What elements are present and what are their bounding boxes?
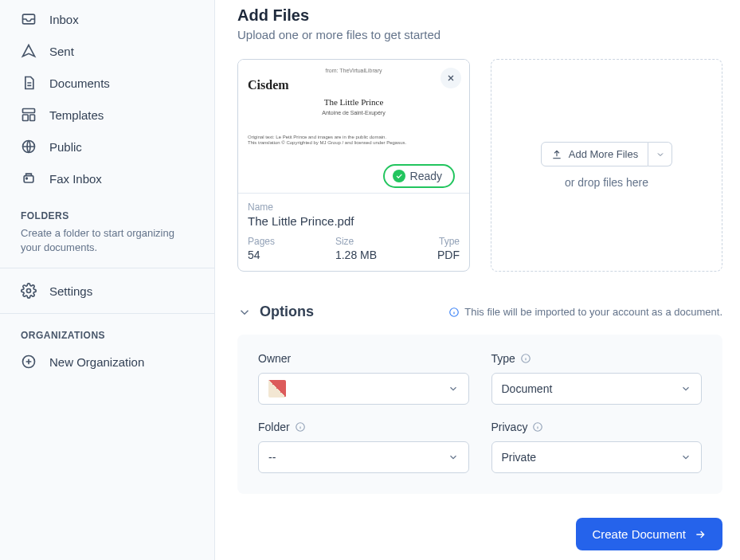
ready-badge: Ready <box>383 164 455 188</box>
folder-label: Folder <box>258 421 469 433</box>
file-card: from: TheVirtualLibrary Cisdem The Littl… <box>237 59 470 272</box>
info-icon <box>295 421 306 433</box>
gear-icon <box>21 283 37 299</box>
nav-fax-inbox[interactable]: Fax Inbox <box>0 163 214 194</box>
chevron-down-icon <box>680 383 691 394</box>
remove-file-button[interactable] <box>440 68 461 88</box>
file-thumbnail: from: TheVirtualLibrary Cisdem The Littl… <box>238 60 469 194</box>
close-icon <box>446 73 456 83</box>
folder-value: -- <box>268 451 276 464</box>
type-label: Type <box>491 352 703 365</box>
owner-field: Owner <box>258 352 469 405</box>
sent-icon <box>21 43 37 59</box>
import-info: This file will be imported to your accou… <box>448 306 722 318</box>
svg-rect-3 <box>30 115 35 121</box>
folder-field: Folder -- <box>258 421 469 473</box>
new-organization-button[interactable]: New Organization <box>0 346 214 378</box>
fax-icon <box>21 170 37 186</box>
privacy-select[interactable]: Private <box>491 441 703 473</box>
info-icon <box>532 421 543 433</box>
svg-point-6 <box>26 178 28 179</box>
plus-circle-icon <box>21 354 37 370</box>
nav-sent[interactable]: Sent <box>0 35 214 67</box>
thumb-author: Antoine de Saint-Exupéry <box>248 110 460 116</box>
svg-rect-2 <box>23 115 29 121</box>
owner-avatar <box>268 380 286 397</box>
create-document-button[interactable]: Create Document <box>576 518 722 550</box>
nav-label: Fax Inbox <box>49 172 102 186</box>
file-meta-row: Pages 54 Size 1.28 MB Type PDF <box>248 236 460 261</box>
type-value: Document <box>502 382 553 395</box>
owner-label: Owner <box>258 352 469 365</box>
owner-select[interactable] <box>258 373 469 405</box>
chevron-down-icon <box>448 383 459 394</box>
file-name: The Little Prince.pdf <box>248 214 460 228</box>
thumb-source: from: TheVirtualLibrary <box>248 68 460 73</box>
check-circle-icon <box>393 170 405 182</box>
chevron-down-icon <box>656 150 665 159</box>
svg-point-7 <box>27 289 31 293</box>
size-value: 1.28 MB <box>335 249 377 261</box>
page-title: Add Files <box>237 6 722 25</box>
type-select[interactable]: Document <box>491 373 703 405</box>
public-icon <box>21 139 37 155</box>
add-more-dropdown-button[interactable] <box>648 142 672 166</box>
nav-label: Templates <box>49 108 104 122</box>
main-content: Add Files Upload one or more files to ge… <box>215 0 740 560</box>
inbox-icon <box>21 11 37 27</box>
thumb-body-text: Original text: Le Petit Prince and image… <box>248 135 460 146</box>
svg-rect-5 <box>24 176 33 182</box>
pages-label: Pages <box>248 236 275 247</box>
create-label: Create Document <box>592 527 686 541</box>
import-info-text: This file will be imported to your accou… <box>464 306 722 318</box>
nav-templates[interactable]: Templates <box>0 99 214 131</box>
nav-public[interactable]: Public <box>0 131 214 163</box>
options-header: Options This file will be imported to yo… <box>237 303 722 320</box>
file-card-body: Name The Little Prince.pdf Pages 54 Size… <box>238 194 469 271</box>
size-label: Size <box>335 236 377 247</box>
options-panel: Owner Type Document Folder -- <box>237 335 722 494</box>
nav-settings[interactable]: Settings <box>0 268 214 313</box>
upload-icon <box>551 149 562 160</box>
chevron-down-icon <box>680 452 691 463</box>
page-subtitle: Upload one or more files to get started <box>237 28 722 41</box>
info-icon <box>520 353 531 364</box>
documents-icon <box>21 75 37 91</box>
name-label: Name <box>248 202 460 213</box>
add-more-group: Add More Files <box>541 142 672 166</box>
drop-hint: or drop files here <box>565 176 648 189</box>
options-toggle[interactable]: Options <box>237 303 314 320</box>
options-title: Options <box>260 303 314 320</box>
files-row: from: TheVirtualLibrary Cisdem The Littl… <box>237 59 722 272</box>
privacy-label: Privacy <box>491 421 703 433</box>
dropzone[interactable]: Add More Files or drop files here <box>491 59 722 272</box>
add-more-files-button[interactable]: Add More Files <box>541 142 648 166</box>
folders-heading: FOLDERS <box>0 194 214 226</box>
thumb-brand: Cisdem <box>248 78 460 92</box>
sidebar: Inbox Sent Documents Templates Public Fa… <box>0 0 215 560</box>
action-row: Create Document <box>237 518 722 550</box>
ready-label: Ready <box>410 170 442 182</box>
folder-select[interactable]: -- <box>258 441 469 473</box>
chevron-down-icon <box>237 305 252 319</box>
pages-value: 54 <box>248 249 275 261</box>
nav-label: Settings <box>49 284 92 298</box>
type-label: Type <box>437 236 460 247</box>
nav-label: Sent <box>49 45 74 58</box>
type-field: Type Document <box>491 352 703 405</box>
nav-inbox[interactable]: Inbox <box>0 3 214 35</box>
type-value: PDF <box>437 249 460 261</box>
add-more-label: Add More Files <box>569 148 638 160</box>
svg-rect-1 <box>23 109 35 113</box>
privacy-value: Private <box>502 451 537 464</box>
nav-label: Documents <box>49 76 110 90</box>
folders-subtext: Create a folder to start organizing your… <box>0 226 214 268</box>
templates-icon <box>21 107 37 123</box>
arrow-right-icon <box>694 528 707 541</box>
privacy-field: Privacy Private <box>491 421 703 473</box>
chevron-down-icon <box>448 452 459 463</box>
nav-label: Public <box>49 140 82 154</box>
nav-label: New Organization <box>49 355 144 369</box>
nav-documents[interactable]: Documents <box>0 67 214 99</box>
info-icon <box>448 307 460 318</box>
